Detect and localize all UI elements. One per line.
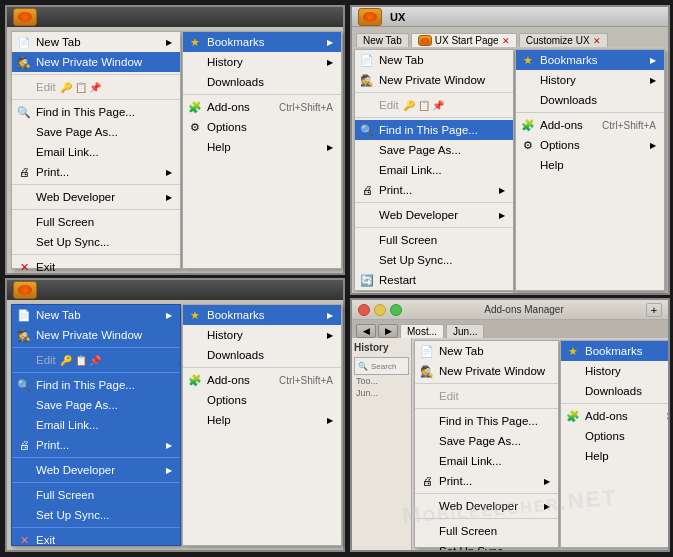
sub-item-history-tr[interactable]: History ▶ [516,70,664,90]
menu-item-save-tl[interactable]: Save Page As... [12,122,180,142]
private-icon: 🕵 [16,54,32,70]
titlebar-top-left [7,7,343,27]
firefox-menu-button-tl[interactable] [13,8,37,26]
menu-item-print-br[interactable]: 🖨 Print... ▶ [415,471,558,491]
menu-item-find-tr[interactable]: 🔍 Find in This Page... [355,120,513,140]
find-icon-tr: 🔍 [359,122,375,138]
sub-menu-item-downloads-tl[interactable]: Downloads [183,72,341,92]
menu-item-webdev-tr[interactable]: Web Developer ▶ [355,205,513,225]
menu-item-new-tab-bl[interactable]: 📄 New Tab ▶ [12,305,180,325]
menu-item-save-tr[interactable]: Save Page As... [355,140,513,160]
menu-item-email-tl[interactable]: Email Link... [12,142,180,162]
sub-item-bookmarks-br[interactable]: ★ Bookmarks ▶ [561,341,668,361]
menu-item-new-tab-tl[interactable]: 📄 New Tab ▶ [12,32,180,52]
menu-item-new-private-tl[interactable]: 🕵 New Private Window [12,52,180,72]
history-item-jun-br[interactable]: Jun... [354,387,409,399]
firefox-menu-button-bl[interactable] [13,281,37,299]
menu-item-find-tl[interactable]: 🔍 Find in This Page... [12,102,180,122]
sub-menu-item-help-tl[interactable]: Help ▶ [183,137,341,157]
sub-menu-item-addons-tl[interactable]: 🧩 Add-ons Ctrl+Shift+A [183,97,341,117]
menu-item-print-tr[interactable]: 🖨 Print... ▶ [355,180,513,200]
sub-item-downloads-bl[interactable]: Downloads [183,345,341,365]
menu-item-sync-tr[interactable]: Set Up Sync... [355,250,513,270]
sub-item-addons-tr[interactable]: 🧩 Add-ons Ctrl+Shift+A [516,115,664,135]
sub-item-downloads-br[interactable]: Downloads [561,381,668,401]
sub-item-options-tr[interactable]: ⚙ Options ▶ [516,135,664,155]
exit-icon: ✕ [16,259,32,275]
menu-item-new-tab-br[interactable]: 📄 New Tab [415,341,558,361]
history-title-br: History [354,342,409,353]
menu-item-print-tl[interactable]: 🖨 Print... ▶ [12,162,180,182]
menu-item-fullscreen-tr[interactable]: Full Screen [355,230,513,250]
sub-item-addons-br[interactable]: 🧩 Add-ons ⌘⇧A [561,406,668,426]
tab-customize-tr[interactable]: Customize UX ✕ [519,33,608,47]
tab-new-tr[interactable]: New Tab [356,33,409,47]
tab-ux-start-tr[interactable]: UX Start Page ✕ [411,33,517,47]
sub-item-help-tr[interactable]: Help [516,155,664,175]
sub-menu-tr: ★ Bookmarks ▶ History ▶ Downloads 🧩 Add-… [515,49,665,291]
sub-menu-item-bookmarks-tl[interactable]: ★ Bookmarks ▶ [183,32,341,52]
menu-item-print-bl[interactable]: 🖨 Print... ▶ [12,435,180,455]
sub-item-history-br[interactable]: History ▶ [561,361,668,381]
nav-btn-back-br[interactable]: ◀ [356,324,376,338]
sub-menu-item-options-tl[interactable]: ⚙ Options [183,117,341,137]
menu-item-fullscreen-tl[interactable]: Full Screen [12,212,180,232]
menu-item-email-bl[interactable]: Email Link... [12,415,180,435]
history-item-too-br[interactable]: Too... [354,375,409,387]
new-tab-icon: 📄 [16,34,32,50]
tab-jun-br[interactable]: Jun... [446,324,484,338]
edit-icon [16,79,32,95]
menu-item-new-tab-tr[interactable]: 📄 New Tab [355,50,513,70]
sub-item-downloads-tr[interactable]: Downloads [516,90,664,110]
nav-btn-fwd-br[interactable]: ▶ [378,324,398,338]
menu-item-restart-tr[interactable]: 🔄 Restart [355,270,513,290]
menu-item-fullscreen-br[interactable]: Full Screen [415,521,558,541]
firefox-menu-button-tr[interactable] [358,8,382,26]
menu-item-private-tr[interactable]: 🕵 New Private Window [355,70,513,90]
private-icon-tr: 🕵 [359,72,375,88]
close-btn-br[interactable] [358,304,370,316]
sub-item-addons-bl[interactable]: 🧩 Add-ons Ctrl+Shift+A [183,370,341,390]
tab-close-btn-tr[interactable]: ✕ [502,36,510,46]
tab-most-br[interactable]: Most... [400,324,444,338]
tab-close-btn-2-tr[interactable]: ✕ [593,36,601,46]
titlebar-top-right: UX [352,7,668,27]
sub-item-help-br[interactable]: Help [561,446,668,466]
menu-item-webdev-br[interactable]: Web Developer ▶ [415,496,558,516]
sub-item-history-bl[interactable]: History ▶ [183,325,341,345]
menu-item-find-br[interactable]: Find in This Page... [415,411,558,431]
menu-item-sync-br[interactable]: Set Up Sync... [415,541,558,550]
menu-item-sync-tl[interactable]: Set Up Sync... [12,232,180,252]
add-tab-btn-br[interactable]: + [646,303,662,317]
menu-item-sync-bl[interactable]: Set Up Sync... [12,505,180,525]
menu-item-webdev-bl[interactable]: Web Developer ▶ [12,460,180,480]
tabbar-tr: New Tab UX Start Page ✕ Customize UX ✕ [352,27,668,47]
sub-item-bookmarks-tr[interactable]: ★ Bookmarks ▶ [516,50,664,70]
menu-item-exit-bl[interactable]: ✕ Exit [12,530,180,550]
sub-menu-item-history-tl[interactable]: History ▶ [183,52,341,72]
sub-item-help-bl[interactable]: Help ▶ [183,410,341,430]
sub-item-bookmarks-bl[interactable]: ★ Bookmarks ▶ [183,305,341,325]
min-btn-br[interactable] [374,304,386,316]
menu-item-private-br[interactable]: 🕵 New Private Window [415,361,558,381]
menu-item-email-br[interactable]: Email Link... [415,451,558,471]
menu-item-exit-tl[interactable]: ✕ Exit [12,257,180,277]
sub-item-options-bl[interactable]: Options [183,390,341,410]
menu-item-webdev-tl[interactable]: Web Developer ▶ [12,187,180,207]
search-input-br[interactable] [371,362,411,371]
menu-item-fullscreen-bl[interactable]: Full Screen [12,485,180,505]
puzzle-icon-bl: 🧩 [187,372,203,388]
star-icon: ★ [187,34,203,50]
titlebar-bottom-left [7,280,343,300]
puzzle-icon-br: 🧩 [565,408,581,424]
menu-item-email-tr[interactable]: Email Link... [355,160,513,180]
find-icon: 🔍 [16,104,32,120]
menu-item-save-bl[interactable]: Save Page As... [12,395,180,415]
menu-item-save-br[interactable]: Save Page As... [415,431,558,451]
max-btn-br[interactable] [390,304,402,316]
menu-item-find-bl[interactable]: 🔍 Find in This Page... [12,375,180,395]
sep-4-bl [12,482,180,483]
sub-item-options-br[interactable]: Options ▶ [561,426,668,446]
tab-label-2: UX Start Page [435,35,499,46]
menu-item-private-bl[interactable]: 🕵 New Private Window [12,325,180,345]
